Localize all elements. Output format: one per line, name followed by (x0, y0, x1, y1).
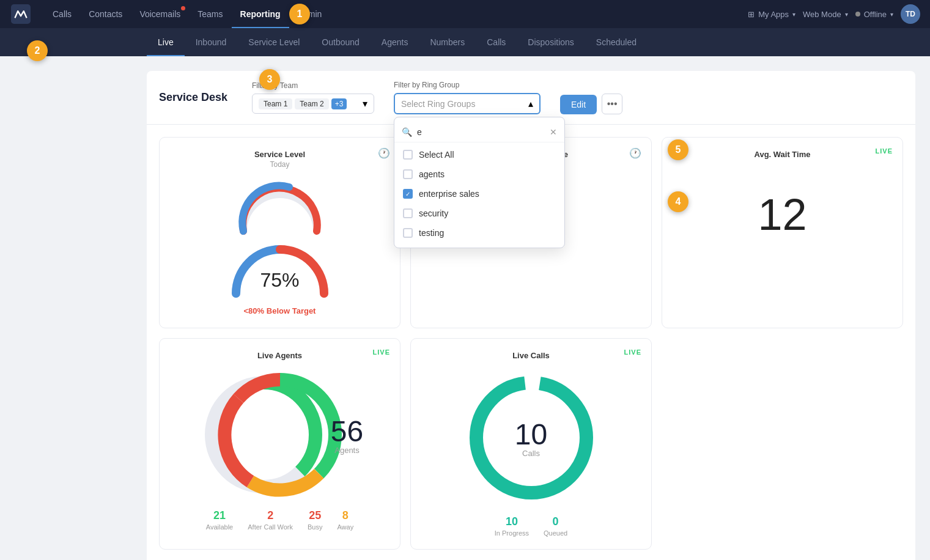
dropdown-item-agents[interactable]: agents (394, 164, 564, 184)
badge-3: 3 (259, 69, 280, 90)
checkbox-security[interactable] (403, 208, 413, 218)
live-calls-stats: 10 In Progress 0 Queued (423, 515, 639, 537)
tab-calls[interactable]: Calls (476, 28, 517, 56)
dropdown-item-security[interactable]: security (394, 204, 564, 223)
live-agents-center: 56 Agents (331, 414, 363, 455)
live-calls-center-value: 10 (515, 418, 547, 451)
clock-icon: 🕐 (378, 147, 390, 159)
stat-away-value: 8 (342, 509, 349, 522)
dropdown-item-enterprise-sales[interactable]: enterprise sales (394, 184, 564, 204)
dropdown-item-select-all[interactable]: Select All (394, 145, 564, 164)
live-calls-card: Live Calls LIVE 10 Calls 10 In Progr (410, 338, 652, 550)
live-calls-live-badge: LIVE (624, 348, 641, 356)
status-chevron: ▾ (890, 11, 893, 18)
checkbox-agents[interactable] (403, 169, 413, 179)
dropdown-search-row: 🔍 ✕ (394, 122, 564, 142)
live-agents-live-badge: LIVE (373, 348, 390, 356)
stat-after-call-label: After Call Work (248, 523, 293, 531)
live-agents-center-value: 56 (331, 414, 363, 448)
tab-numbers[interactable]: Numbers (419, 28, 476, 56)
stat-away-label: Away (337, 523, 353, 531)
nav-reporting[interactable]: Reporting (232, 0, 289, 28)
stat-in-progress-value: 10 (506, 515, 518, 528)
stat-after-call: 2 After Call Work (248, 509, 293, 531)
avg-abandon-clock-icon: 🕐 (629, 147, 641, 159)
page-title: Service Desk (159, 91, 232, 104)
stat-available: 21 Available (206, 509, 233, 531)
service-level-title: Service Level (172, 150, 388, 159)
more-options-button[interactable]: ••• (602, 94, 622, 114)
checkbox-enterprise-sales[interactable] (403, 189, 413, 199)
nav-contacts[interactable]: Contacts (80, 0, 131, 28)
badge-4: 4 (668, 191, 688, 212)
clear-search-icon[interactable]: ✕ (550, 127, 557, 137)
filter-actions: Edit ••• (560, 94, 622, 114)
team-tags: Team 1 Team 2 +3 (259, 98, 347, 109)
search-icon: 🔍 (402, 127, 412, 137)
dropdown-search-input[interactable] (417, 127, 545, 137)
tab-outbound[interactable]: Outbound (311, 28, 371, 56)
cards-row-2: Live Agents LIVE (159, 338, 903, 550)
tab-inbound[interactable]: Inbound (185, 28, 238, 56)
live-agents-donut-paths (210, 364, 350, 505)
avg-wait-time-title: Avg. Wait Time (674, 150, 890, 159)
stat-after-call-value: 2 (267, 509, 273, 522)
live-agents-stats: 21 Available 2 After Call Work 25 Busy 8… (172, 509, 388, 531)
tab-dispositions[interactable]: Dispositions (517, 28, 585, 56)
stat-in-progress-label: In Progress (495, 529, 529, 537)
status-dot (855, 12, 860, 17)
service-level-gauge: 75% <80% Below Target (172, 176, 388, 315)
tab-scheduled[interactable]: Scheduled (585, 28, 648, 56)
stat-in-progress: 10 In Progress (495, 515, 529, 537)
stat-busy: 25 Busy (308, 509, 322, 531)
edit-button[interactable]: Edit (560, 95, 597, 114)
avg-wait-value: 12 (674, 190, 890, 240)
service-level-value-container: 75% (260, 264, 299, 292)
nav-calls[interactable]: Calls (44, 0, 80, 28)
avg-wait-live-badge: LIVE (876, 147, 893, 155)
live-agents-title: Live Agents (172, 351, 388, 360)
dropdown-label-enterprise-sales: enterprise sales (419, 189, 479, 199)
top-navigation: Calls Contacts Voicemails Teams Reportin… (0, 0, 930, 28)
ring-group-dropdown-panel: 🔍 ✕ Select All agents enterprise sales (394, 117, 565, 248)
checkbox-select-all[interactable] (403, 150, 413, 160)
dropdown-label-testing: testing (419, 228, 444, 238)
live-calls-donut-wrapper: 10 Calls (423, 367, 639, 508)
stat-queued-value: 0 (553, 515, 559, 528)
stat-busy-value: 25 (309, 509, 321, 522)
ring-group-placeholder: Select Ring Groups (401, 99, 475, 109)
tab-agents[interactable]: Agents (371, 28, 419, 56)
service-level-card: Service Level Today 🕐 (159, 137, 400, 328)
web-mode-chevron: ▾ (845, 11, 848, 18)
ring-group-selector[interactable]: Select Ring Groups ▴ (394, 93, 541, 114)
tab-live[interactable]: Live (147, 28, 185, 56)
dropdown-label-select-all: Select All (419, 150, 454, 160)
stat-queued-label: Queued (544, 529, 567, 537)
status-indicator[interactable]: Offline ▾ (855, 10, 893, 19)
dropdown-label-security: security (419, 208, 448, 218)
live-agents-donut-wrapper: 56 Agents (172, 367, 388, 502)
tab-service-level[interactable]: Service Level (237, 28, 311, 56)
live-agents-card: Live Agents LIVE (159, 338, 400, 550)
badge-5: 5 (668, 139, 688, 160)
app-logo[interactable] (10, 3, 32, 25)
stat-away: 8 Away (337, 509, 353, 531)
stat-available-label: Available (206, 523, 233, 531)
badge-1: 1 (289, 4, 310, 24)
stat-busy-label: Busy (308, 523, 322, 531)
filter-team-selector[interactable]: Team 1 Team 2 +3 ▾ (252, 94, 374, 114)
nav-teams[interactable]: Teams (189, 0, 231, 28)
svg-rect-0 (11, 4, 31, 24)
dropdown-item-testing[interactable]: testing (394, 223, 564, 243)
my-apps-button[interactable]: ⊞ My Apps ▾ (748, 10, 795, 19)
nav-voicemails[interactable]: Voicemails (131, 0, 189, 28)
live-calls-title: Live Calls (423, 351, 639, 360)
stat-available-value: 21 (213, 509, 226, 522)
avg-wait-time-card: Avg. Wait Time LIVE 12 (662, 137, 903, 328)
service-level-subtitle: Today (172, 160, 388, 169)
live-calls-center: 10 Calls (515, 418, 547, 458)
checkbox-testing[interactable] (403, 228, 413, 238)
user-avatar[interactable]: TD (901, 4, 920, 24)
web-mode-button[interactable]: Web Mode ▾ (803, 10, 848, 19)
team-tag-count: +3 (331, 98, 347, 109)
